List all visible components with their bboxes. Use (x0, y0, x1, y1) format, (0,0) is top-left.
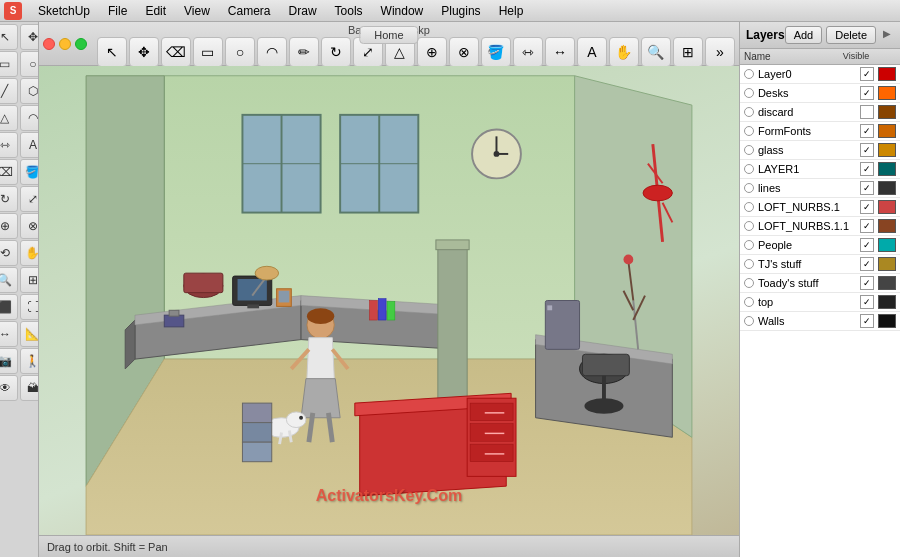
layer-row[interactable]: People✓ (740, 236, 900, 255)
layer-row[interactable]: LOFT_NURBS.1✓ (740, 198, 900, 217)
layer-visibility-checkbox[interactable]: ✓ (860, 314, 874, 328)
close-window-btn[interactable] (43, 38, 55, 50)
layer-row[interactable]: FormFonts✓ (740, 122, 900, 141)
home-badge[interactable]: Home (359, 26, 418, 44)
layer-color-swatch[interactable] (878, 314, 896, 328)
toolbar-btn-2[interactable]: ✥ (129, 37, 159, 67)
toolbar-btn-7[interactable]: ✏ (289, 37, 319, 67)
toolbar-btn-6[interactable]: ◠ (257, 37, 287, 67)
menu-plugins[interactable]: Plugins (433, 2, 488, 20)
layer-visibility-checkbox[interactable]: ✓ (860, 67, 874, 81)
layer-row[interactable]: Layer0✓ (740, 65, 900, 84)
dimension-tool[interactable]: ↔ (0, 321, 18, 347)
layer-row[interactable]: Desks✓ (740, 84, 900, 103)
layer-visibility-checkbox[interactable]: ✓ (860, 181, 874, 195)
minimize-window-btn[interactable] (59, 38, 71, 50)
polygon-tool[interactable]: ⬡ (20, 78, 39, 104)
zoom-tool[interactable]: 🔍 (0, 267, 18, 293)
rectangle-tool[interactable]: ▭ (0, 51, 18, 77)
paint-bucket-tool[interactable]: 🪣 (20, 159, 39, 185)
toolbar-btn-16[interactable]: A (577, 37, 607, 67)
orbit-tool[interactable]: ⟲ (0, 240, 18, 266)
layer-color-swatch[interactable] (878, 67, 896, 81)
offset-tool[interactable]: ⊕ (0, 213, 18, 239)
move-tool[interactable]: ✥ (20, 24, 39, 50)
position-camera-tool[interactable]: 📷 (0, 348, 18, 374)
layer-row[interactable]: LAYER1✓ (740, 160, 900, 179)
layer-visibility-checkbox[interactable]: ✓ (860, 219, 874, 233)
toolbar-btn-20[interactable]: » (705, 37, 735, 67)
arc-tool[interactable]: ◠ (20, 105, 39, 131)
menu-sketchup[interactable]: SketchUp (30, 2, 98, 20)
layer-color-swatch[interactable] (878, 181, 896, 195)
layer-visibility-checkbox[interactable]: ✓ (860, 143, 874, 157)
toolbar-btn-14[interactable]: ⇿ (513, 37, 543, 67)
menu-tools[interactable]: Tools (327, 2, 371, 20)
scale-tool[interactable]: ⤢ (20, 186, 39, 212)
make-component-tool[interactable]: ⛶ (20, 294, 39, 320)
layer-row[interactable]: LOFT_NURBS.1.1✓ (740, 217, 900, 236)
layer-visibility-checkbox[interactable]: ✓ (860, 257, 874, 271)
menu-edit[interactable]: Edit (137, 2, 174, 20)
menu-draw[interactable]: Draw (281, 2, 325, 20)
toolbar-btn-1[interactable]: ↖ (97, 37, 127, 67)
layer-color-swatch[interactable] (878, 238, 896, 252)
line-tool[interactable]: ╱ (0, 78, 18, 104)
toolbar-btn-17[interactable]: ✋ (609, 37, 639, 67)
layer-color-swatch[interactable] (878, 105, 896, 119)
toolbar-btn-11[interactable]: ⊕ (417, 37, 447, 67)
push-pull-tool[interactable]: △ (0, 105, 18, 131)
layer-visibility-checkbox[interactable]: ✓ (860, 200, 874, 214)
menu-view[interactable]: View (176, 2, 218, 20)
layer-color-swatch[interactable] (878, 200, 896, 214)
layer-color-swatch[interactable] (878, 124, 896, 138)
menu-file[interactable]: File (100, 2, 135, 20)
menu-help[interactable]: Help (491, 2, 532, 20)
pan-tool[interactable]: ✋ (20, 240, 39, 266)
layer-color-swatch[interactable] (878, 257, 896, 271)
tape-measure-tool[interactable]: ⇿ (0, 132, 18, 158)
layer-row[interactable]: lines✓ (740, 179, 900, 198)
toolbar-btn-4[interactable]: ▭ (193, 37, 223, 67)
layer-color-swatch[interactable] (878, 162, 896, 176)
look-around-tool[interactable]: 👁 (0, 375, 18, 401)
circle-tool[interactable]: ○ (20, 51, 39, 77)
layer-row[interactable]: glass✓ (740, 141, 900, 160)
layer-color-swatch[interactable] (878, 219, 896, 233)
eraser-tool[interactable]: ⌫ (0, 159, 18, 185)
layer-color-swatch[interactable] (878, 276, 896, 290)
layer-visibility-checkbox[interactable]: ✓ (860, 86, 874, 100)
zoom-extents-tool[interactable]: ⊞ (20, 267, 39, 293)
layer-row[interactable]: TJ's stuff✓ (740, 255, 900, 274)
layer-visibility-checkbox[interactable]: ✓ (860, 295, 874, 309)
layer-color-swatch[interactable] (878, 143, 896, 157)
toolbar-btn-8[interactable]: ↻ (321, 37, 351, 67)
layer-visibility-checkbox[interactable]: ✓ (860, 124, 874, 138)
layer-color-swatch[interactable] (878, 86, 896, 100)
layer-visibility-checkbox[interactable]: ✓ (860, 238, 874, 252)
layer-visibility-checkbox[interactable]: ✓ (860, 162, 874, 176)
toolbar-btn-19[interactable]: ⊞ (673, 37, 703, 67)
select-tool[interactable]: ↖ (0, 24, 18, 50)
toolbar-btn-13[interactable]: 🪣 (481, 37, 511, 67)
toolbar-btn-3[interactable]: ⌫ (161, 37, 191, 67)
text-tool[interactable]: A (20, 132, 39, 158)
walk-tool[interactable]: 🚶 (20, 348, 39, 374)
layer-visibility-checkbox[interactable] (860, 105, 874, 119)
sandbox-tool[interactable]: 🏔 (20, 375, 39, 401)
toolbar-btn-18[interactable]: 🔍 (641, 37, 671, 67)
layer-row[interactable]: Toady's stuff✓ (740, 274, 900, 293)
layer-color-swatch[interactable] (878, 295, 896, 309)
add-layer-button[interactable]: Add (785, 26, 823, 44)
toolbar-btn-5[interactable]: ○ (225, 37, 255, 67)
viewport[interactable]: ActivatorsKey.Com (39, 66, 739, 535)
toolbar-btn-12[interactable]: ⊗ (449, 37, 479, 67)
maximize-window-btn[interactable] (75, 38, 87, 50)
layer-row[interactable]: top✓ (740, 293, 900, 312)
follow-me-tool[interactable]: ⊗ (20, 213, 39, 239)
layer-visibility-checkbox[interactable]: ✓ (860, 276, 874, 290)
menu-camera[interactable]: Camera (220, 2, 279, 20)
protractor-tool[interactable]: 📐 (20, 321, 39, 347)
layers-expand-icon[interactable]: ▶ (880, 26, 894, 40)
section-plane-tool[interactable]: ⬛ (0, 294, 18, 320)
